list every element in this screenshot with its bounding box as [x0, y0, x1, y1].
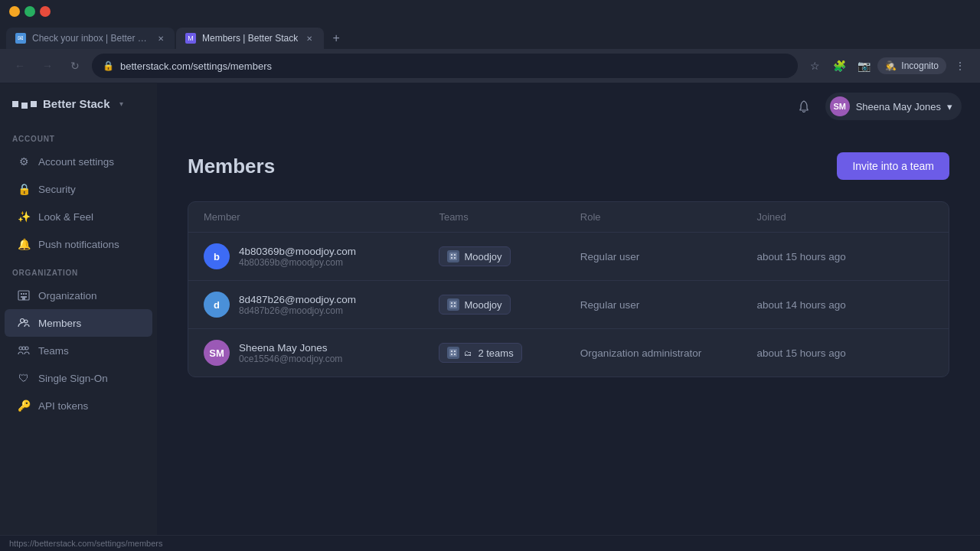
sidebar-item-account-settings[interactable]: ⚙ Account settings — [5, 148, 152, 175]
close-button[interactable] — [40, 6, 51, 17]
member-primary-name: Sheena May Jones — [239, 342, 342, 354]
forward-button[interactable]: → — [37, 55, 58, 77]
bell-icon: 🔔 — [17, 237, 31, 251]
sidebar-item-label: Teams — [38, 345, 69, 357]
svg-rect-14 — [454, 254, 456, 256]
sidebar-item-sso[interactable]: 🛡 Single Sign-On — [5, 364, 152, 392]
member-secondary-email: 4b80369b@moodjoy.com — [239, 257, 356, 268]
shield-icon: 🛡 — [17, 371, 31, 385]
sidebar-item-label: Account settings — [38, 156, 114, 168]
svg-rect-24 — [454, 350, 456, 352]
title-bar — [0, 0, 980, 23]
members-table: Member Teams Role Joined b 4b80369b@mood… — [188, 201, 949, 377]
window-controls — [9, 6, 51, 17]
new-tab-button[interactable]: + — [325, 28, 347, 49]
svg-point-9 — [19, 347, 22, 350]
role-cell: Regular user — [580, 251, 757, 262]
tab-label-members: Members | Better Stack — [202, 33, 298, 44]
member-cell: d 8d487b26@moodjoy.com 8d487b26@moodjoy.… — [204, 292, 439, 318]
key-icon: 🔑 — [17, 399, 31, 412]
svg-rect-15 — [451, 257, 452, 259]
role-cell: Organization administrator — [580, 347, 757, 359]
svg-rect-20 — [451, 305, 452, 307]
team-name: 2 teams — [478, 347, 513, 359]
svg-rect-3 — [25, 293, 27, 295]
team-name: Moodjoy — [464, 299, 501, 311]
svg-rect-2 — [23, 293, 24, 295]
reload-button[interactable]: ↻ — [64, 55, 86, 77]
user-chevron: ▾ — [947, 101, 952, 112]
logo-text: Better Stack — [43, 97, 110, 110]
svg-point-11 — [22, 347, 25, 350]
back-button[interactable]: ← — [9, 55, 31, 77]
sidebar-item-api-tokens[interactable]: 🔑 API tokens — [5, 392, 152, 419]
sidebar-item-push-notifications[interactable]: 🔔 Push notifications — [5, 230, 152, 258]
menu-icon[interactable]: ⋮ — [949, 55, 971, 77]
svg-point-7 — [21, 319, 24, 323]
lock-icon: 🔒 — [103, 60, 114, 71]
col-teams: Teams — [439, 211, 580, 223]
invite-button[interactable]: Invite into a team — [837, 152, 949, 180]
user-menu[interactable]: SM Sheena May Jones ▾ — [825, 93, 962, 120]
team-badge-icon — [447, 250, 459, 262]
team-badge[interactable]: Moodjoy — [439, 246, 510, 266]
joined-cell: about 15 hours ago — [756, 251, 933, 262]
sidebar-item-security[interactable]: 🔒 Security — [5, 175, 152, 203]
avatar: d — [204, 292, 230, 318]
logo-icon — [12, 99, 37, 109]
svg-rect-18 — [451, 302, 452, 304]
tab-close-inbox[interactable]: ✕ — [155, 33, 165, 44]
member-cell: SM Sheena May Jones 0ce15546@moodjoy.com — [204, 340, 439, 366]
sidebar-item-members[interactable]: Members — [5, 309, 152, 337]
teams-cell: Moodjoy — [439, 295, 580, 315]
table-row[interactable]: b 4b80369b@moodjoy.com 4b80369b@moodjoy.… — [188, 233, 949, 281]
member-primary-name: 4b80369b@moodjoy.com — [239, 246, 356, 257]
member-info: 4b80369b@moodjoy.com 4b80369b@moodjoy.co… — [239, 246, 356, 268]
sidebar-item-teams[interactable]: Teams — [5, 337, 152, 364]
members-icon — [17, 316, 31, 330]
minimize-button[interactable] — [9, 6, 20, 17]
status-bar: https://betterstack.com/settings/members — [0, 535, 980, 551]
user-name: Sheena May Jones — [856, 101, 941, 112]
logo-chevron: ▾ — [119, 99, 123, 108]
table-header: Member Teams Role Joined — [188, 202, 949, 233]
incognito-badge[interactable]: 🕵 Incognito — [877, 57, 946, 74]
team-badge[interactable]: Moodjoy — [439, 295, 510, 315]
col-member: Member — [204, 211, 439, 223]
bookmark-icon[interactable]: ☆ — [804, 55, 825, 77]
notification-button[interactable] — [792, 94, 816, 119]
toolbar-actions: ☆ 🧩 📷 🕵 Incognito ⋮ — [804, 55, 971, 77]
url-text: betterstack.com/settings/members — [120, 60, 787, 72]
sidebar-item-look-feel[interactable]: ✨ Look & Feel — [5, 203, 152, 230]
camera-icon[interactable]: 📷 — [853, 55, 874, 77]
page-title: Members — [188, 155, 275, 178]
building-icon — [17, 289, 31, 302]
svg-rect-12 — [449, 253, 457, 260]
address-bar[interactable]: 🔒 betterstack.com/settings/members — [92, 54, 798, 78]
sidebar-logo[interactable]: Better Stack ▾ — [0, 83, 157, 124]
svg-rect-17 — [449, 301, 457, 308]
sidebar-item-label: Single Sign-On — [38, 373, 108, 384]
table-row[interactable]: SM Sheena May Jones 0ce15546@moodjoy.com — [188, 329, 949, 377]
sidebar-item-label: API tokens — [38, 400, 88, 412]
sidebar: Better Stack ▾ ACCOUNT ⚙ Account setting… — [0, 83, 157, 535]
svg-rect-5 — [25, 296, 27, 298]
sidebar-item-organization[interactable]: Organization — [5, 282, 152, 309]
member-primary-name: 8d487b26@moodjoy.com — [239, 294, 356, 305]
svg-rect-19 — [454, 302, 456, 304]
svg-point-8 — [24, 320, 28, 323]
maximize-button[interactable] — [24, 6, 35, 17]
svg-rect-16 — [454, 257, 456, 259]
tab-members[interactable]: M Members | Better Stack ✕ — [176, 28, 324, 49]
table-row[interactable]: d 8d487b26@moodjoy.com 8d487b26@moodjoy.… — [188, 281, 949, 329]
team-badge[interactable]: 🗂 2 teams — [439, 343, 521, 363]
col-role: Role — [580, 211, 757, 223]
tab-inbox[interactable]: ✉ Check your inbox | Better Stack ✕ — [6, 28, 175, 49]
incognito-icon: 🕵 — [885, 60, 897, 71]
extensions-icon[interactable]: 🧩 — [828, 55, 850, 77]
member-info: Sheena May Jones 0ce15546@moodjoy.com — [239, 342, 342, 364]
member-info: 8d487b26@moodjoy.com 8d487b26@moodjoy.co… — [239, 294, 356, 316]
svg-rect-13 — [451, 254, 452, 256]
main-content: Members Invite into a team Member Teams … — [157, 129, 980, 535]
tab-close-members[interactable]: ✕ — [304, 33, 315, 44]
